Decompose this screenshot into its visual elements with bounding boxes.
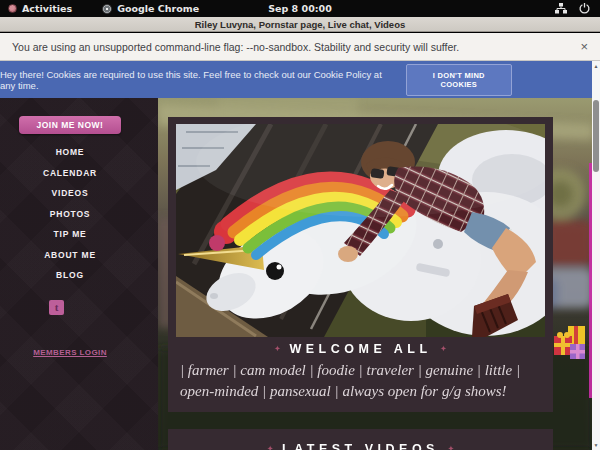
sidebar-item-about-me[interactable]: ABOUT ME bbox=[0, 245, 140, 266]
hero-photo bbox=[176, 124, 545, 337]
welcome-description: | farmer | cam model | foodie | traveler… bbox=[176, 360, 545, 402]
scrollbar-down-arrow-icon[interactable]: ▼ bbox=[592, 440, 600, 450]
welcome-heading: ✦ WELCOME ALL ✦ bbox=[176, 342, 545, 356]
sidebar-item-home[interactable]: HOME bbox=[0, 142, 140, 163]
window-title-bar: Riley Luvyna, Pornstar page, Live chat, … bbox=[0, 17, 600, 32]
diamond-ornament-icon: ✦ bbox=[267, 445, 273, 450]
welcome-heading-text: WELCOME ALL bbox=[289, 342, 431, 356]
chrome-infobar: You are using an unsupported command-lin… bbox=[0, 33, 600, 61]
infobar-message: You are using an unsupported command-lin… bbox=[0, 41, 459, 53]
screen: Activities Google Chrome Sep 8 00:00 bbox=[0, 0, 600, 450]
web-page: Hey there! Cookies are required to use t… bbox=[0, 61, 600, 450]
scrollbar-up-arrow-icon[interactable]: ▲ bbox=[592, 61, 600, 71]
diamond-ornament-icon: ✦ bbox=[448, 445, 454, 450]
diamond-ornament-icon: ✦ bbox=[275, 345, 281, 353]
welcome-panel: ✦ WELCOME ALL ✦ | farmer | cam model | f… bbox=[168, 117, 553, 412]
tumblr-icon[interactable]: t bbox=[49, 300, 64, 315]
latest-videos-heading: ✦ LATEST VIDEOS ✦ bbox=[168, 442, 553, 450]
scrollbar[interactable]: ▲ ▼ bbox=[592, 61, 600, 450]
diamond-ornament-icon: ✦ bbox=[441, 345, 447, 353]
cookie-accept-button[interactable]: I DON'T MIND COOKIES bbox=[406, 64, 512, 96]
cookie-message: Hey there! Cookies are required to use t… bbox=[0, 69, 392, 91]
sidebar-item-blog[interactable]: BLOG bbox=[0, 265, 140, 286]
infobar-close-icon[interactable]: × bbox=[580, 40, 588, 53]
cookie-notice-bar: Hey there! Cookies are required to use t… bbox=[0, 61, 592, 98]
sidebar-item-photos[interactable]: PHOTOS bbox=[0, 204, 140, 225]
sidebar-nav: HOME CALENDAR VIDEOS PHOTOS TIP ME ABOUT… bbox=[0, 142, 140, 286]
system-top-bar: Activities Google Chrome Sep 8 00:00 bbox=[0, 0, 600, 17]
clock[interactable]: Sep 8 00:00 bbox=[0, 3, 600, 14]
panel-gap bbox=[168, 412, 553, 429]
sidebar: JOIN ME NOW! HOME CALENDAR VIDEOS PHOTOS… bbox=[0, 98, 158, 450]
window-title: Riley Luvyna, Pornstar page, Live chat, … bbox=[195, 19, 405, 30]
sidebar-item-tip-me[interactable]: TIP ME bbox=[0, 224, 140, 245]
main-content: ✦ WELCOME ALL ✦ | farmer | cam model | f… bbox=[168, 117, 553, 450]
sidebar-item-calendar[interactable]: CALENDAR bbox=[0, 163, 140, 184]
scrollbar-thumb[interactable] bbox=[593, 100, 599, 172]
latest-videos-heading-text: LATEST VIDEOS bbox=[282, 442, 439, 450]
latest-videos-panel: ✦ LATEST VIDEOS ✦ bbox=[168, 429, 553, 450]
join-me-now-button[interactable]: JOIN ME NOW! bbox=[19, 116, 121, 134]
sidebar-item-videos[interactable]: VIDEOS bbox=[0, 183, 140, 204]
members-login-link[interactable]: MEMBERS LOGIN bbox=[33, 348, 107, 357]
